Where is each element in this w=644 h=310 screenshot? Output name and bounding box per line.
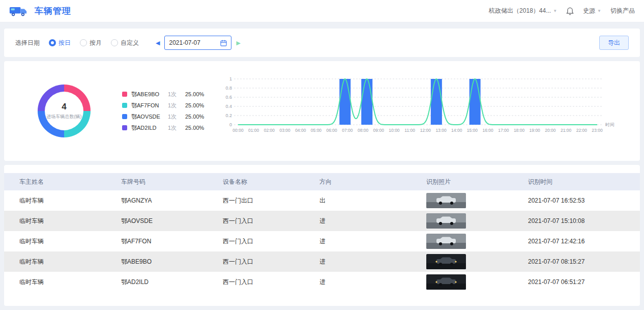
time-cell: 2021-07-07 16:52:53 [528, 197, 640, 204]
plate-cell: 鄂AOVSDE [121, 217, 223, 226]
device-cell: 西一门入口 [223, 258, 319, 266]
svg-text:13:00: 13:00 [435, 128, 447, 133]
plate-cell: 鄂AGNZYA [121, 196, 223, 205]
calendar-icon [220, 40, 227, 46]
legend-count: 1次 [168, 113, 185, 121]
table-row: 临时车辆鄂ABE9BO西一门入口进2021-07-07 08:15:27 [4, 251, 640, 272]
chevron-down-icon: ▼ [553, 9, 557, 13]
legend-item: 鄂AOVSDE1次25.00% [122, 111, 209, 122]
svg-text:14:00: 14:00 [451, 128, 462, 133]
radio-option[interactable]: 按日 [49, 39, 71, 47]
svg-text:12:00: 12:00 [420, 128, 431, 133]
user-name: 史源 [583, 7, 595, 15]
plate-cell: 鄂AD2ILD [121, 278, 223, 287]
col-header-device: 设备名称 [223, 178, 319, 186]
vehicle-photo[interactable] [426, 213, 466, 229]
export-button[interactable]: 导出 [599, 36, 629, 50]
legend-item: 鄂AF7FON1次25.00% [122, 100, 209, 111]
legend-plate: 鄂AD2ILD [131, 124, 168, 132]
device-cell: 西一门入口 [223, 278, 319, 287]
svg-text:0.6: 0.6 [225, 95, 232, 100]
table-header-row: 车主姓名 车牌号码 设备名称 方向 识别照片 识别时间 [4, 173, 640, 190]
legend-percent: 25.00% [185, 114, 204, 120]
hourly-entry-chart: 00.20.40.60.8100:0001:0002:0003:0004:000… [220, 72, 627, 150]
device-cell: 西一门入口 [223, 237, 319, 246]
legend-plate: 鄂AOVSDE [131, 113, 168, 121]
notification-bell-icon[interactable] [566, 7, 574, 15]
radio-label: 自定义 [121, 39, 139, 47]
svg-text:16:00: 16:00 [482, 128, 493, 133]
filter-bar: 选择日期 按日按月自定义 ◀ 2021-07-07 ▶ 导出 [4, 29, 640, 57]
radio-dot-icon [111, 39, 118, 46]
legend-swatch-icon [122, 92, 127, 97]
legend-swatch-icon [122, 114, 127, 119]
direction-cell: 进 [319, 237, 426, 246]
legend-plate: 鄂AF7FON [131, 102, 168, 109]
vehicle-photo[interactable] [426, 234, 466, 249]
top-navbar: 车辆管理 杭政储出（2018）44... ▼ 史源 ▼ 切换产品 [0, 0, 644, 22]
vehicle-photo[interactable] [426, 193, 466, 208]
svg-text:1: 1 [229, 76, 232, 81]
svg-text:22:00: 22:00 [576, 128, 588, 133]
table-row: 临时车辆鄂AF7FON西一门入口进2021-07-07 12:42:16 [4, 231, 640, 251]
total-vehicles-label: 进场车辆总数(辆) [47, 114, 82, 120]
recognition-table: 车主姓名 车牌号码 设备名称 方向 识别照片 识别时间 临时车辆鄂AGNZYA西… [4, 165, 640, 306]
svg-text:0.2: 0.2 [225, 113, 232, 118]
svg-text:02:00: 02:00 [264, 128, 275, 133]
project-selector[interactable]: 杭政储出（2018）44... ▼ [489, 7, 557, 15]
device-cell: 西一门出口 [223, 196, 319, 205]
svg-text:10:00: 10:00 [389, 128, 400, 133]
owner-cell: 临时车辆 [19, 278, 121, 287]
legend-plate: 鄂ABE9BO [131, 91, 168, 98]
date-picker-input[interactable]: 2021-07-07 [164, 36, 231, 50]
svg-text:18:00: 18:00 [514, 128, 525, 133]
radio-label: 按日 [58, 39, 71, 47]
next-day-arrow[interactable]: ▶ [236, 40, 240, 46]
table-row: 临时车辆鄂AD2ILD西一门入口进2021-07-07 06:51:27 [4, 272, 640, 292]
legend-count: 1次 [168, 102, 185, 109]
svg-text:时间: 时间 [605, 122, 614, 127]
direction-cell: 进 [319, 258, 426, 266]
vehicle-photo[interactable] [426, 274, 466, 290]
direction-cell: 进 [319, 217, 426, 226]
svg-text:23:00: 23:00 [592, 128, 603, 133]
date-filter-label: 选择日期 [15, 39, 40, 47]
svg-text:08:00: 08:00 [358, 128, 369, 133]
owner-cell: 临时车辆 [19, 258, 121, 266]
svg-text:01:00: 01:00 [248, 128, 259, 133]
radio-label: 按月 [90, 39, 102, 47]
legend-percent: 25.00% [185, 102, 204, 108]
project-name: 杭政储出（2018）44... [489, 7, 551, 15]
date-mode-radio-group: 按日按月自定义 [49, 39, 139, 47]
svg-text:0: 0 [229, 122, 232, 127]
svg-text:07:00: 07:00 [342, 128, 353, 133]
radio-option[interactable]: 自定义 [111, 39, 139, 47]
page-title: 车辆管理 [35, 5, 71, 17]
svg-text:20:00: 20:00 [545, 128, 556, 133]
direction-cell: 进 [319, 278, 426, 287]
col-header-plate: 车牌号码 [121, 178, 223, 186]
svg-text:0.8: 0.8 [225, 86, 232, 91]
date-value: 2021-07-07 [169, 39, 200, 46]
table-row: 临时车辆鄂AGNZYA西一门出口出2021-07-07 16:52:53 [4, 190, 640, 211]
app-logo-truck-icon [9, 4, 27, 18]
legend-count: 1次 [168, 124, 185, 132]
svg-text:04:00: 04:00 [295, 128, 306, 133]
plate-cell: 鄂ABE9BO [121, 258, 223, 266]
owner-cell: 临时车辆 [19, 196, 121, 205]
statistics-panel: 4 进场车辆总数(辆) 鄂ABE9BO1次25.00%鄂AF7FON1次25.0… [4, 61, 640, 161]
user-menu[interactable]: 史源 ▼ [583, 7, 601, 15]
switch-product-link[interactable]: 切换产品 [610, 7, 635, 15]
svg-text:21:00: 21:00 [561, 128, 572, 133]
legend-swatch-icon [122, 125, 127, 130]
svg-text:19:00: 19:00 [530, 128, 541, 133]
time-cell: 2021-07-07 12:42:16 [528, 238, 640, 245]
time-cell: 2021-07-07 06:51:27 [528, 278, 640, 286]
legend-count: 1次 [168, 91, 185, 98]
radio-option[interactable]: 按月 [80, 39, 102, 47]
legend-item: 鄂AD2ILD1次25.00% [122, 122, 209, 133]
svg-text:15:00: 15:00 [467, 128, 478, 133]
previous-day-arrow[interactable]: ◀ [156, 40, 160, 46]
vehicle-photo[interactable] [426, 254, 466, 269]
direction-cell: 出 [319, 196, 426, 205]
